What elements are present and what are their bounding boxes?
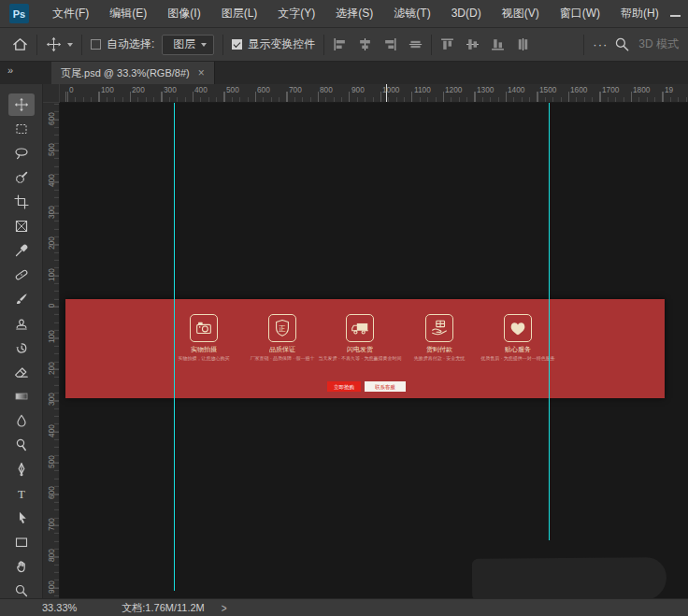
ruler-label: 500 [226,86,239,94]
pen-tool[interactable] [8,458,35,480]
document-tab-bar: » 页尾.psd @ 33.3%(RGB/8#) × [0,62,688,84]
align-bottom-icon[interactable] [491,37,505,51]
frame-tool[interactable] [8,215,35,237]
banner-item-4[interactable]: 贴心服务优质售后 · 为您提供一对一特色服务 [462,314,574,368]
vertical-ruler[interactable]: 6005004003002001000100200300400500600700… [43,103,60,598]
ink-blob [472,557,666,598]
menu-item-0[interactable]: 文件(F) [42,0,99,27]
title-bar: Ps 文件(F)编辑(E)图像(I)图层(L)文字(Y)选择(S)滤镜(T)3D… [0,0,688,28]
type-tool[interactable]: T [8,482,35,505]
guide-vertical-right[interactable] [549,103,550,540]
banner-item-subtitle: 优质售后 · 为您提供一对一特色服务 [466,355,569,362]
buy-now-button[interactable]: 立即抢购 [327,381,361,392]
search-icon[interactable] [614,36,630,52]
options-bar: 自动选择: 图层 显示变换控件 ··· 3D 模式 [0,28,688,62]
align-middle-icon[interactable] [466,37,480,51]
status-chevron-icon[interactable]: > [222,601,227,615]
distribute-v-icon[interactable] [516,37,530,51]
truck-icon [346,314,374,342]
document-tab[interactable]: 页尾.psd @ 33.3%(RGB/8#) × [51,62,215,84]
horizontal-ruler[interactable]: 0100200300400500600700800900100011001200… [60,84,688,103]
menu-item-8[interactable]: 视图(V) [492,0,550,27]
path-select-tool[interactable] [8,507,35,529]
ruler-label: 1200 [445,86,462,94]
zoom-level[interactable]: 33.33% [42,602,77,613]
auto-select-checkbox[interactable] [91,39,101,50]
quick-select-tool[interactable] [8,166,35,189]
ruler-label: 0 [69,86,74,94]
canvas-viewport[interactable]: 实物拍摄实物拍摄，让您放心购买正品质保证厂家直销 · 品质保障 · 假一赔十闪电… [60,103,688,598]
menu-item-6[interactable]: 滤镜(T) [383,0,440,27]
heart-icon [504,314,532,342]
camera-icon [190,314,218,342]
align-center-h-icon[interactable] [358,37,372,51]
ruler-label: 500 [47,133,55,167]
distribute-h-icon[interactable] [408,37,423,51]
panel-expand-icon[interactable]: » [7,64,13,76]
divider [323,35,324,55]
ruler-label: 0 [47,289,55,323]
chevron-down-icon[interactable] [67,43,73,47]
stamp-tool[interactable] [8,312,35,335]
eraser-tool[interactable] [8,361,35,383]
lasso-tool[interactable] [8,142,35,165]
blur-tool[interactable] [8,409,35,432]
chevron-down-icon [201,43,207,47]
ruler-label: 1500 [539,86,556,94]
tool-preset-move-icon[interactable] [46,36,62,52]
ruler-label: 1000 [382,86,399,94]
brush-tool[interactable] [8,288,35,310]
document-canvas[interactable]: 实物拍摄实物拍摄，让您放心购买正品质保证厂家直销 · 品质保障 · 假一赔十闪电… [65,299,665,398]
show-transform-checkbox[interactable] [232,39,242,50]
dodge-tool[interactable] [8,434,35,456]
ruler-label: 19 [665,86,673,94]
move-tool[interactable] [8,93,35,116]
ruler-label: 1800 [633,86,650,94]
healing-tool[interactable] [8,264,35,286]
status-bar: 33.33% 文档:1.76M/11.2M > [0,598,688,616]
menu-item-5[interactable]: 选择(S) [325,0,383,27]
history-brush-tool[interactable] [8,337,35,359]
auto-select-label: 自动选择: [107,36,154,52]
eyedropper-tool[interactable] [8,239,35,262]
home-icon[interactable] [12,36,28,52]
hand-tool[interactable] [8,555,35,578]
crop-tool[interactable] [8,191,35,213]
guide-vertical-left[interactable] [174,103,175,591]
menu-item-2[interactable]: 图像(I) [157,0,210,27]
divider [81,35,82,55]
app-logo: Ps [9,4,29,23]
menu-item-3[interactable]: 图层(L) [211,0,268,27]
show-transform-label: 显示变换控件 [248,36,315,52]
align-left-icon[interactable] [333,37,347,51]
tab-close-icon[interactable]: × [198,67,205,79]
align-top-icon[interactable] [440,37,454,51]
contact-service-button[interactable]: 联系客服 [365,381,406,392]
shape-tool[interactable] [8,531,35,553]
menu-item-9[interactable]: 窗口(W) [550,0,610,27]
ruler-label: 300 [47,194,55,229]
more-options-icon[interactable]: ··· [593,37,608,51]
menu-item-7[interactable]: 3D(D) [441,0,492,27]
divider [583,35,584,55]
ruler-label: 300 [164,86,177,94]
auto-select-target-dropdown[interactable]: 图层 [162,35,214,55]
ruler-label: 500 [47,445,55,480]
ruler-major-ticks [60,92,688,102]
ruler-label: 900 [47,569,55,598]
menu-item-4[interactable]: 文字(Y) [267,0,325,27]
ruler-label: 1400 [508,86,524,94]
gradient-tool[interactable] [8,385,35,408]
menu-item-1[interactable]: 编辑(E) [99,0,157,27]
ruler-label: 600 [47,476,55,510]
ruler-label: 100 [101,86,114,94]
menu-item-10[interactable]: 帮助(H) [610,0,669,27]
minimize-button[interactable] [669,7,681,20]
svg-text:正: 正 [279,324,286,333]
marquee-tool[interactable] [8,118,35,140]
align-right-icon[interactable] [383,37,397,51]
svg-text:T: T [18,487,25,501]
ruler-label: 600 [47,103,55,136]
document-tab-title: 页尾.psd @ 33.3%(RGB/8#) [61,66,190,80]
ruler-label: 100 [47,257,55,292]
